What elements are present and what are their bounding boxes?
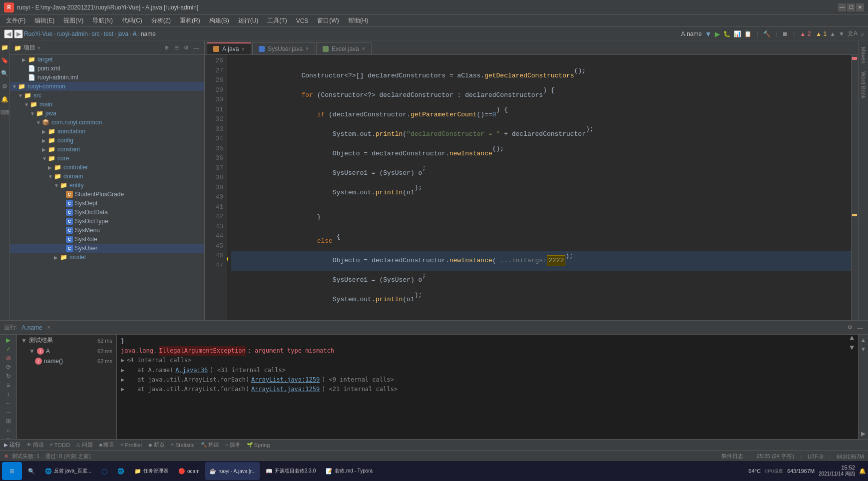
- taskbar-ruoyi-docs[interactable]: 📖 开源项目若依3.3.0: [262, 462, 320, 480]
- build-button[interactable]: 🔨: [763, 30, 771, 37]
- stack-link-2[interactable]: ArrayList.java:1259: [251, 375, 320, 385]
- tree-item-main[interactable]: ▼ 📁 main: [10, 100, 204, 109]
- test-result-header[interactable]: ▼ 测试结果 62 ms: [17, 335, 116, 346]
- tree-item-src[interactable]: ▼ 📁 src: [10, 91, 204, 100]
- notification-icon[interactable]: 🔔: [859, 468, 866, 475]
- toolbar-build[interactable]: 🔨 构建: [201, 441, 219, 449]
- toolbar-todo[interactable]: ≡ TODO: [50, 442, 70, 448]
- tree-item-entity[interactable]: ▼ 📁 entity: [10, 181, 204, 190]
- taskbar-edge[interactable]: ◯: [97, 462, 111, 480]
- prev-error-button[interactable]: ▲: [830, 30, 836, 37]
- tree-item-annotation[interactable]: ▶ 📁 annotation: [10, 127, 204, 136]
- menu-run[interactable]: 运行(U): [234, 15, 263, 26]
- menu-help[interactable]: 帮助(H): [344, 15, 373, 26]
- tab-sysuser[interactable]: SysUser.java ×: [252, 42, 315, 54]
- test-result-name[interactable]: ! name() 62 ms: [17, 356, 116, 366]
- tab-ajava[interactable]: A.java ×: [207, 42, 251, 54]
- coverage-button[interactable]: 📋: [744, 30, 752, 37]
- debug-button[interactable]: 🐛: [723, 30, 731, 37]
- toolbar-statistic[interactable]: ≡ Statistic: [171, 442, 194, 448]
- toolbar-profiler[interactable]: ≡ Profiler: [120, 442, 142, 448]
- tree-item-sysmenu[interactable]: C SysMenu: [10, 226, 204, 235]
- scroll-down-button[interactable]: ▼: [850, 343, 854, 351]
- nav-forward-button[interactable]: ▶: [14, 29, 23, 38]
- warning-count[interactable]: ▲ 1: [816, 30, 827, 37]
- run-rerun-button[interactable]: ⟳: [3, 364, 14, 371]
- toolbar-services[interactable]: ○ 服务: [225, 441, 241, 449]
- window-controls[interactable]: — ☐ ✕: [838, 3, 864, 11]
- close-button[interactable]: ✕: [856, 3, 864, 11]
- menu-window[interactable]: 窗口(W): [313, 15, 343, 26]
- tree-item-ruoyi-common[interactable]: ▼ 📁 ruoyi-common: [10, 82, 204, 91]
- menu-view[interactable]: 视图(V): [59, 15, 87, 26]
- breadcrumb-module[interactable]: ruoyi-admin: [56, 30, 88, 37]
- sidebar-settings-icon[interactable]: ⚙: [182, 44, 190, 52]
- toolbar-breakpoints[interactable]: ◆ 断点: [148, 441, 165, 449]
- search-everywhere-button[interactable]: ⌕: [861, 30, 864, 37]
- sidebar-sync-icon[interactable]: ⊕: [162, 44, 170, 52]
- run-more-button[interactable]: »: [3, 436, 14, 439]
- notifications-icon[interactable]: 🔔: [0, 95, 9, 104]
- tree-item-sysdicttype[interactable]: C SysDictType: [10, 217, 204, 226]
- toolbar-spring[interactable]: 🌱 Spring: [247, 442, 270, 448]
- encoding-label[interactable]: UTF-8: [808, 454, 823, 460]
- tree-item-controller[interactable]: ▶ 📁 controller: [10, 163, 204, 172]
- toolbar-run[interactable]: ▶ 运行: [4, 441, 20, 449]
- run-sort-button[interactable]: ≡: [3, 382, 14, 389]
- tree-item-iml[interactable]: 📄 ruoyi-admin.iml: [10, 73, 204, 82]
- sidebar-close-icon[interactable]: —: [192, 44, 200, 52]
- run-button[interactable]: ▶: [715, 30, 720, 38]
- toolbar-problems[interactable]: ⚠ 问题: [76, 441, 93, 449]
- run-sort2-button[interactable]: ↕: [3, 391, 14, 398]
- maven-label[interactable]: Maven: [861, 43, 867, 67]
- test-result-a[interactable]: ▼ ! A 62 ms: [17, 346, 116, 356]
- console-scroll-right[interactable]: ▶: [861, 430, 866, 437]
- run-tab[interactable]: A.name: [21, 324, 42, 331]
- tree-item-model[interactable]: ▶ 📁 model: [10, 253, 204, 262]
- tree-item-pomxml[interactable]: 📄 pom.xml: [10, 64, 204, 73]
- sidebar-dropdown-icon[interactable]: ▾: [37, 44, 40, 51]
- tree-item-sysuser[interactable]: C SysUser: [10, 244, 204, 253]
- tree-item-constant[interactable]: ▶ 📁 constant: [10, 145, 204, 154]
- maximize-button[interactable]: ☐: [847, 3, 855, 11]
- taskbar-search[interactable]: 🔍: [24, 462, 39, 480]
- run-play-button[interactable]: ▶: [3, 337, 14, 344]
- profile-button[interactable]: 📊: [734, 30, 741, 37]
- wordbook-label[interactable]: Word Book: [861, 67, 867, 102]
- tab-close-sysuser[interactable]: ×: [306, 46, 309, 51]
- tab-close-ajava[interactable]: ×: [242, 46, 245, 52]
- nav-back-button[interactable]: ◀: [4, 29, 13, 38]
- taskbar-ocam[interactable]: 🔴 ocam: [174, 462, 203, 480]
- breadcrumb-filename[interactable]: RuoYi-Vue: [24, 30, 52, 37]
- taskbar-intellij[interactable]: ☕ ruoyi - A.java [r...: [205, 462, 259, 480]
- run-next-button[interactable]: →: [3, 409, 14, 416]
- menu-vcs[interactable]: VCS: [292, 16, 313, 25]
- tree-item-target[interactable]: ▶ 📁 target: [10, 55, 204, 64]
- tree-item-core[interactable]: ▼ 📁 core: [10, 154, 204, 163]
- menu-build[interactable]: 构建(B): [205, 15, 233, 26]
- scroll-up-button[interactable]: ▲: [850, 335, 854, 341]
- minimize-button[interactable]: —: [838, 3, 846, 11]
- menu-navigate[interactable]: 导航(N): [88, 15, 117, 26]
- error-count[interactable]: ▲ 2: [800, 30, 811, 37]
- tree-item-config[interactable]: ▶ 📁 config: [10, 136, 204, 145]
- sidebar-collapse-icon[interactable]: ⊟: [172, 44, 180, 52]
- tab-excel[interactable]: Excel.java ×: [316, 42, 372, 54]
- menu-analyze[interactable]: 分析(Z): [147, 15, 175, 26]
- console-scroll-down[interactable]: ▼: [861, 346, 867, 353]
- tree-item-sysrole[interactable]: C SysRole: [10, 235, 204, 244]
- menu-code[interactable]: 代码(C): [118, 15, 146, 26]
- console-scroll-up[interactable]: ▲: [861, 337, 867, 344]
- tree-item-sysdept[interactable]: C SysDept: [10, 199, 204, 208]
- structure-icon[interactable]: ⚙: [0, 82, 9, 91]
- find-icon[interactable]: 🔍: [0, 69, 9, 78]
- tab-close-excel[interactable]: ×: [362, 46, 365, 51]
- taskbar-baidu[interactable]: 🌐 反射 java_百度...: [41, 462, 95, 480]
- event-log[interactable]: 事件日志: [721, 453, 743, 460]
- toolbar-read[interactable]: 👁 阅读: [26, 441, 44, 449]
- tree-item-studentplusgrade[interactable]: C StudentPlusGrade: [10, 190, 204, 199]
- run-config-name[interactable]: A.name: [681, 30, 702, 37]
- run-expand-button[interactable]: ⊞: [3, 418, 14, 425]
- tree-item-com-ruoyi[interactable]: ▼ 📦 com.ruoyi.common: [10, 118, 204, 127]
- stop-button[interactable]: ⏹: [782, 30, 788, 37]
